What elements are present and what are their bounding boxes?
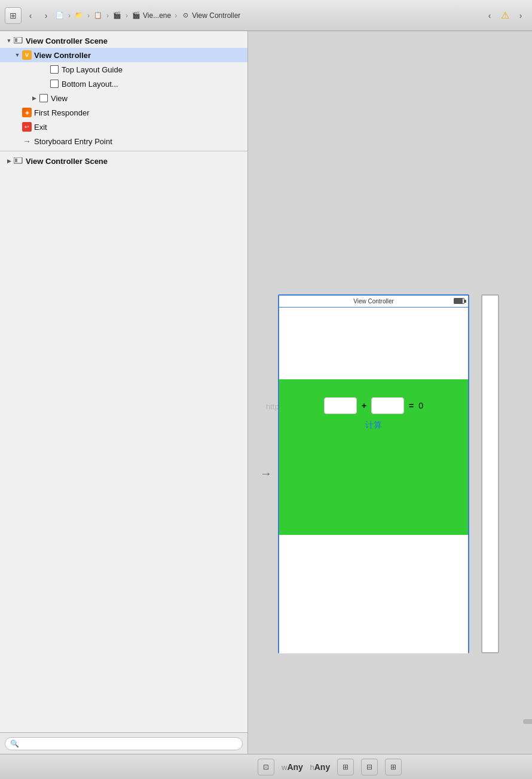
entry-point-arrow: →	[260, 467, 272, 480]
storyboard-entry-label: Storyboard Entry Point	[34, 137, 112, 146]
top-toolbar: ⊞ ‹ › 📄 › 📁 › 📋 › 🎬 › 🎬 Vie...ene › ⊙ Vi…	[0, 0, 532, 31]
canvas-area[interactable]: http://blog.sina.com... → View Controlle…	[248, 31, 532, 754]
nav-separator	[0, 151, 247, 151]
bottom-layout-label: Bottom Layout...	[62, 80, 118, 89]
align-button[interactable]: ⊟	[361, 759, 378, 775]
scene2-header[interactable]: ▶ View Controller Scene	[0, 154, 247, 168]
top-layout-icon	[49, 64, 60, 75]
toolbar-nav-forward[interactable]: ›	[514, 7, 527, 24]
scene2-icon	[13, 156, 24, 166]
layout-button[interactable]: ⊞	[337, 759, 354, 775]
nav-bottom-bar: 🔍	[0, 732, 247, 754]
first-responder-row[interactable]: ▶ ◈ First Responder	[0, 105, 247, 120]
sep4: ›	[126, 11, 128, 20]
scene1-icon	[13, 35, 24, 46]
toolbar-forward-icon: ›	[519, 11, 522, 20]
layout-icon: ⊞	[343, 763, 348, 771]
calc-input-2[interactable]	[371, 397, 404, 414]
scene1-label: View Controller Scene	[26, 36, 108, 45]
exit-label: Exit	[34, 123, 47, 132]
scene-label: Vie...ene	[143, 11, 171, 20]
arrow-icon: →	[260, 467, 272, 480]
sep3: ›	[106, 11, 109, 20]
navigator-panel: ▼ View Controller Scene ▼ V View Control…	[0, 31, 248, 754]
phone-mockup: View Controller + = 0 计算	[278, 294, 469, 653]
w-label: w	[282, 763, 287, 772]
breadcrumb-view-controller[interactable]: ⊙ View Controller	[181, 11, 240, 20]
equals-sign: =	[409, 401, 414, 410]
top-layout-guide-row[interactable]: ▶ Top Layout Guide	[0, 62, 247, 77]
view-icon	[38, 93, 49, 104]
calc-result: 0	[418, 401, 423, 410]
scene-icon: 🎬	[132, 11, 141, 20]
phone-title: View Controller	[353, 298, 394, 305]
toolbar-nav-back[interactable]: ‹	[483, 7, 496, 24]
horizontal-scrollbar[interactable]	[523, 719, 532, 724]
view-row[interactable]: ▶ View	[0, 91, 247, 105]
scene1-disclosure-open[interactable]: ▼	[5, 36, 13, 45]
breadcrumb-scene[interactable]: 🎬 Vie...ene	[132, 11, 171, 20]
first-responder-icon: ◈	[22, 107, 32, 118]
vc-icon: V	[22, 50, 32, 60]
breadcrumb-folder[interactable]: 📁	[74, 11, 84, 20]
vc-label: View Controller	[34, 51, 91, 60]
bottom-layout-row[interactable]: ▶ Bottom Layout...	[0, 77, 247, 91]
h-any: Any	[314, 762, 330, 772]
nav-tree: ▼ View Controller Scene ▼ V View Control…	[0, 31, 247, 732]
scene2-label: View Controller Scene	[26, 157, 108, 166]
view-disclosure[interactable]: ▶	[30, 94, 38, 102]
file-icon: 📋	[93, 11, 103, 20]
phone-green-section: + = 0 计算	[279, 379, 468, 535]
svg-rect-1	[15, 38, 17, 42]
toolbar-right: ‹ ⚠ ›	[483, 7, 527, 24]
forward-button[interactable]: ›	[39, 7, 53, 24]
bottom-right: ⊡ wAny hAny ⊞ ⊟ ⊞	[258, 759, 527, 775]
w-any: Any	[287, 762, 302, 772]
constraint-icon: ⊞	[390, 763, 396, 771]
phone-mockup-right	[481, 294, 499, 653]
breadcrumb-file[interactable]: 📋	[93, 11, 103, 20]
search-input[interactable]	[22, 740, 237, 748]
breadcrumb-storyboard[interactable]: 🎬	[112, 11, 122, 20]
battery-icon	[454, 298, 464, 304]
bottom-bar: ⊡ wAny hAny ⊞ ⊟ ⊞	[0, 754, 532, 779]
breadcrumb-app-delegate[interactable]: 📄	[55, 11, 65, 20]
forward-icon: ›	[45, 11, 48, 20]
calc-button[interactable]: 计算	[365, 420, 382, 431]
first-responder-label: First Responder	[34, 108, 89, 117]
calc-input-1[interactable]	[324, 397, 357, 414]
plus-sign: +	[362, 401, 366, 410]
vc-breadcrumb-icon: ⊙	[181, 11, 190, 20]
top-layout-label: Top Layout Guide	[62, 65, 123, 74]
sep5: ›	[175, 11, 177, 20]
folder-icon: 📁	[74, 11, 84, 20]
back-button[interactable]: ‹	[24, 7, 37, 24]
sep1: ›	[68, 11, 71, 20]
scene1-header[interactable]: ▼ View Controller Scene	[0, 34, 247, 48]
scene2-disclosure[interactable]: ▶	[5, 157, 13, 165]
search-bar[interactable]: 🔍	[5, 737, 243, 750]
size-class-label: wAny hAny	[282, 762, 330, 772]
phone-upper-section	[279, 308, 468, 379]
storyboard-entry-row[interactable]: ▶ → Storyboard Entry Point	[0, 134, 247, 148]
main-content: ▼ View Controller Scene ▼ V View Control…	[0, 31, 532, 754]
app-delegate-icon: 📄	[55, 11, 65, 20]
view-label: View	[51, 94, 68, 103]
entry-point-icon: →	[22, 136, 32, 147]
view-controller-row[interactable]: ▼ V View Controller	[0, 48, 247, 62]
exit-row[interactable]: ▶ ↩ Exit	[0, 120, 247, 134]
warning-icon[interactable]: ⚠	[499, 9, 512, 22]
align-icon: ⊟	[366, 763, 372, 771]
constraint-button[interactable]: ⊞	[385, 759, 402, 775]
svg-rect-3	[15, 159, 17, 162]
exit-icon: ↩	[22, 121, 32, 132]
frame-icon: ⊡	[263, 763, 269, 771]
grid-icon: ⊞	[10, 11, 17, 20]
toolbar-back-icon: ‹	[488, 11, 491, 20]
grid-icon-button[interactable]: ⊞	[5, 7, 22, 24]
phone-title-bar: View Controller	[279, 296, 468, 308]
vc-breadcrumb-label: View Controller	[192, 11, 240, 20]
vc-disclosure-open[interactable]: ▼	[13, 51, 22, 59]
h-label: h	[310, 763, 314, 772]
frame-button[interactable]: ⊡	[258, 759, 274, 775]
